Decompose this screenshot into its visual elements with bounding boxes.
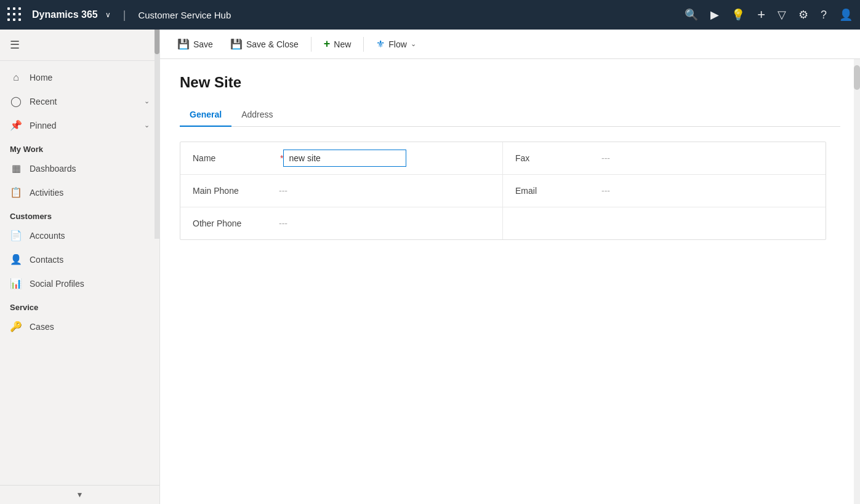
- section-my-work: My Work: [0, 137, 159, 156]
- flow-icon: ⚜: [376, 38, 385, 50]
- home-icon: ⌂: [10, 72, 22, 83]
- app-launcher-icon[interactable]: [7, 7, 22, 22]
- fax-value: ---: [601, 153, 610, 163]
- main-phone-value: ---: [279, 186, 287, 196]
- social-profiles-icon: 📊: [10, 278, 22, 289]
- sidebar-item-activities-label: Activities: [30, 188, 150, 198]
- content-area: 💾 Save 💾 Save & Close + New ⚜ Flow ⌄ New…: [160, 30, 860, 504]
- sidebar-scroll-down[interactable]: ▼: [0, 485, 159, 504]
- sidebar-item-activities[interactable]: 📋 Activities: [0, 180, 159, 204]
- recent-icon: ◯: [10, 95, 22, 107]
- add-icon[interactable]: +: [757, 7, 765, 23]
- sidebar-item-dashboards[interactable]: ▦ Dashboards: [0, 156, 159, 180]
- form-cell-other-phone: Other Phone ---: [180, 207, 503, 239]
- form-row-1: Name * Fax ---: [180, 142, 826, 175]
- form-cell-fax: Fax ---: [503, 142, 826, 174]
- page-scrollbar[interactable]: [854, 59, 860, 504]
- pinned-icon: 📌: [10, 119, 22, 131]
- sidebar-item-social-profiles-label: Social Profiles: [30, 279, 150, 289]
- email-label: Email: [515, 186, 601, 196]
- flow-chevron: ⌄: [411, 40, 416, 48]
- form-cell-name: Name *: [180, 142, 503, 174]
- sidebar-item-pinned[interactable]: 📌 Pinned ⌄: [0, 113, 159, 137]
- other-phone-value: ---: [279, 218, 287, 228]
- filter-icon[interactable]: ▽: [778, 8, 786, 22]
- save-close-icon: 💾: [230, 38, 243, 50]
- sidebar-item-cases-label: Cases: [30, 322, 150, 332]
- module-name: Customer Service Hub: [138, 10, 231, 20]
- form-row-3: Other Phone ---: [180, 207, 826, 239]
- email-value: ---: [601, 186, 610, 196]
- dashboards-icon: ▦: [10, 162, 22, 174]
- save-icon: 💾: [177, 38, 190, 50]
- name-input[interactable]: [283, 150, 406, 167]
- sidebar-item-recent[interactable]: ◯ Recent ⌄: [0, 89, 159, 113]
- tab-address[interactable]: Address: [231, 103, 283, 127]
- save-close-button[interactable]: 💾 Save & Close: [223, 34, 306, 54]
- sidebar-item-recent-label: Recent: [30, 97, 137, 106]
- name-label: Name: [193, 153, 279, 163]
- new-button[interactable]: + New: [316, 34, 359, 54]
- section-service: Service: [0, 295, 159, 314]
- help-icon[interactable]: ?: [821, 9, 827, 22]
- save-button[interactable]: 💾 Save: [170, 34, 220, 54]
- nav-right: 🔍 ▶ 💡 + ▽ ⚙ ? 👤: [685, 7, 853, 23]
- app-name[interactable]: Dynamics 365: [32, 9, 98, 20]
- sidebar-item-accounts[interactable]: 📄 Accounts: [0, 223, 159, 247]
- new-icon: +: [324, 38, 331, 50]
- page-title: New Site: [180, 74, 840, 91]
- toolbar-separator-2: [363, 37, 364, 52]
- sidebar-item-cases[interactable]: 🔑 Cases: [0, 314, 159, 338]
- flow-label: Flow: [388, 39, 407, 49]
- lightbulb-icon[interactable]: 💡: [731, 8, 745, 22]
- main-layout: ☰ ⌂ Home ◯ Recent ⌄ 📌 Pinned ⌄ My Work ▦…: [0, 30, 860, 504]
- sidebar: ☰ ⌂ Home ◯ Recent ⌄ 📌 Pinned ⌄ My Work ▦…: [0, 30, 160, 504]
- form-cell-main-phone: Main Phone ---: [180, 175, 503, 207]
- user-icon[interactable]: 👤: [839, 8, 853, 22]
- toolbar: 💾 Save 💾 Save & Close + New ⚜ Flow ⌄: [160, 30, 860, 59]
- settings-icon[interactable]: ⚙: [798, 8, 808, 22]
- nav-left: Dynamics 365 ∨ | Customer Service Hub: [7, 7, 231, 22]
- pinned-chevron: ⌄: [144, 121, 150, 129]
- save-label: Save: [193, 39, 213, 49]
- form-cell-email: Email ---: [503, 175, 826, 207]
- tab-general[interactable]: General: [180, 103, 231, 127]
- sidebar-item-accounts-label: Accounts: [30, 231, 150, 241]
- activities-icon: 📋: [10, 186, 22, 198]
- fax-label: Fax: [515, 153, 601, 163]
- toolbar-separator-1: [311, 37, 311, 52]
- recent-chevron: ⌄: [144, 97, 150, 105]
- form-row-2: Main Phone --- Email ---: [180, 175, 826, 207]
- flow-button[interactable]: ⚜ Flow ⌄: [369, 34, 424, 54]
- page-scrollbar-thumb: [854, 65, 860, 90]
- main-phone-label: Main Phone: [193, 186, 279, 196]
- target-icon[interactable]: ▶: [710, 8, 719, 22]
- sidebar-item-home[interactable]: ⌂ Home: [0, 66, 159, 89]
- hamburger-icon[interactable]: ☰: [10, 39, 20, 51]
- sidebar-item-social-profiles[interactable]: 📊 Social Profiles: [0, 271, 159, 295]
- save-close-label: Save & Close: [246, 39, 299, 49]
- top-navigation: Dynamics 365 ∨ | Customer Service Hub 🔍 …: [0, 0, 860, 30]
- sidebar-nav: ⌂ Home ◯ Recent ⌄ 📌 Pinned ⌄ My Work ▦ D…: [0, 61, 159, 485]
- section-customers: Customers: [0, 204, 159, 223]
- page-content: New Site General Address Name *: [160, 59, 860, 504]
- tabs: General Address: [180, 103, 840, 127]
- accounts-icon: 📄: [10, 230, 22, 241]
- sidebar-item-dashboards-label: Dashboards: [30, 164, 150, 174]
- form-cell-empty: [503, 207, 826, 239]
- sidebar-item-home-label: Home: [30, 73, 150, 82]
- new-label: New: [334, 39, 351, 49]
- sidebar-header: ☰: [0, 30, 159, 61]
- nav-separator: |: [123, 9, 126, 22]
- sidebar-item-contacts[interactable]: 👤 Contacts: [0, 247, 159, 271]
- sidebar-item-pinned-label: Pinned: [30, 121, 137, 130]
- other-phone-label: Other Phone: [193, 218, 279, 228]
- cases-icon: 🔑: [10, 321, 22, 332]
- form-container: Name * Fax --- Main Phone ---: [180, 142, 826, 240]
- contacts-icon: 👤: [10, 254, 22, 265]
- search-icon[interactable]: 🔍: [685, 8, 698, 22]
- sidebar-item-contacts-label: Contacts: [30, 255, 150, 265]
- app-name-chevron[interactable]: ∨: [105, 10, 111, 19]
